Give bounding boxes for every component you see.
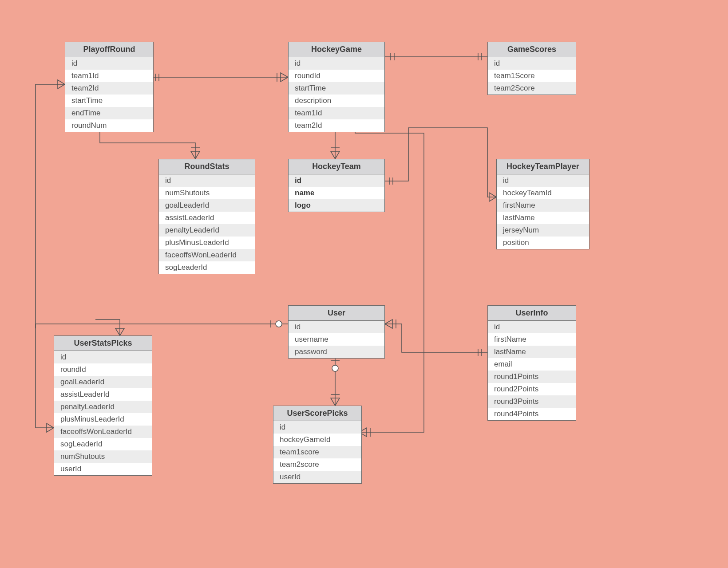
entity-field: sogLeaderId [159,261,255,274]
entity-field: firstName [497,199,589,212]
entity-header: GameScores [488,42,576,57]
entity-field: roundId [54,363,152,376]
entity-playoffround: PlayoffRound id team1Id team2Id startTim… [65,42,154,132]
entity-field: id [65,57,153,70]
entity-field: username [289,333,384,346]
entity-userscorepicks: UserScorePicks id hockeyGameId team1scor… [273,406,362,484]
entity-gamescores: GameScores id team1Score team2Score [487,42,576,95]
entity-field: userId [273,471,361,483]
entity-field: penaltyLeaderId [54,401,152,413]
entity-header: UserInfo [488,306,576,321]
entity-field: goalLeaderId [159,199,255,212]
entity-userinfo: UserInfo id firstName lastName email rou… [487,305,576,421]
entity-header: HockeyTeamPlayer [497,159,589,174]
entity-header: RoundStats [159,159,255,174]
entity-field: assistLeaderId [54,388,152,401]
entity-field: hockeyGameId [273,434,361,446]
entity-field: round1Points [488,371,576,383]
entity-field: round3Points [488,395,576,408]
entity-userstatspicks: UserStatsPicks id roundId goalLeaderId a… [54,335,152,476]
entity-field: team1score [273,446,361,458]
entity-field: name [289,187,384,199]
entity-field: startTime [65,95,153,107]
entity-field: hockeyTeamId [497,187,589,199]
entity-field: roundNum [65,119,153,132]
entity-field: password [289,346,384,358]
entity-field: description [289,95,384,107]
entity-header: HockeyGame [289,42,384,57]
entity-roundstats: RoundStats id numShutouts goalLeaderId a… [158,159,255,274]
entity-field: id [289,321,384,333]
entity-field: plusMinusLeaderId [54,413,152,426]
entity-field: lastName [488,346,576,358]
entity-field: position [497,237,589,249]
entity-field: team2score [273,458,361,471]
entity-field: id [488,57,576,70]
entity-field: logo [289,199,384,212]
entity-header: PlayoffRound [65,42,153,57]
entity-field: startTime [289,82,384,95]
entity-field: lastName [497,212,589,224]
entity-header: UserStatsPicks [54,336,152,351]
entity-field: faceoffsWonLeaderId [159,249,255,261]
entity-field: numShutouts [159,187,255,199]
entity-field: team2Id [289,119,384,132]
entity-field: endTime [65,107,153,119]
entity-field: team1Score [488,70,576,82]
entity-field: roundId [289,70,384,82]
entity-field: team1Id [65,70,153,82]
entity-hockeygame: HockeyGame id roundId startTime descript… [288,42,385,132]
entity-field: id [159,174,255,187]
entity-field: assistLeaderId [159,212,255,224]
entity-field: id [273,421,361,434]
entity-field: plusMinusLeaderId [159,237,255,249]
entity-field: firstName [488,333,576,346]
entity-field: numShutouts [54,450,152,463]
svg-point-21 [276,321,282,327]
entity-field: id [497,174,589,187]
entity-field: id [289,57,384,70]
entity-field: round4Points [488,408,576,420]
svg-point-18 [332,365,338,371]
entity-field: faceoffsWonLeaderId [54,426,152,438]
entity-header: HockeyTeam [289,159,384,174]
entity-field: id [54,351,152,363]
entity-header: UserScorePicks [273,406,361,421]
entity-hockeyteam: HockeyTeam id name logo [288,159,385,212]
entity-field: round2Points [488,383,576,395]
entity-field: team2Id [65,82,153,95]
entity-field: id [488,321,576,333]
entity-hockeyteamplayer: HockeyTeamPlayer id hockeyTeamId firstNa… [496,159,590,249]
entity-field: userId [54,463,152,475]
entity-field: penaltyLeaderId [159,224,255,237]
entity-field: email [488,358,576,371]
entity-field: team1Id [289,107,384,119]
entity-field: jerseyNum [497,224,589,237]
entity-field: team2Score [488,82,576,95]
entity-field: goalLeaderId [54,376,152,388]
entity-field: id [289,174,384,187]
entity-field: sogLeaderId [54,438,152,450]
entity-user: User id username password [288,305,385,359]
entity-header: User [289,306,384,321]
